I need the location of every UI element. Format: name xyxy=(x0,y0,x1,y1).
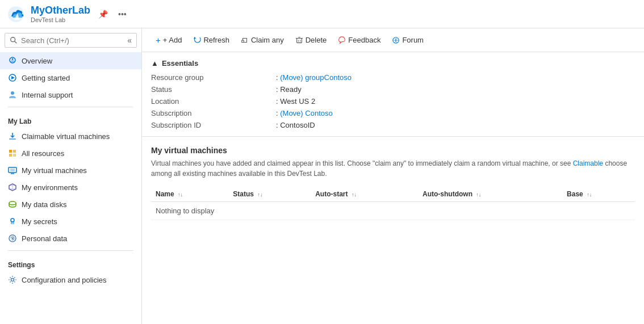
name-sort-icon: ↑↓ xyxy=(178,192,183,197)
sidebar-item-internal-support[interactable]: Internal support xyxy=(0,86,141,103)
svg-point-22 xyxy=(11,279,14,281)
svg-rect-12 xyxy=(13,154,16,157)
feedback-icon xyxy=(338,36,346,44)
col-auto-start[interactable]: Auto-start ↑↓ xyxy=(311,187,418,202)
status-label: Status xyxy=(151,85,276,94)
my-vms-icon xyxy=(8,166,17,175)
svg-point-16 xyxy=(9,201,16,205)
getting-started-label: Getting started xyxy=(22,74,70,82)
claimable-vms-icon xyxy=(8,132,17,141)
sidebar-item-claimable-vms[interactable]: Claimable virtual machines xyxy=(0,128,141,145)
svg-rect-10 xyxy=(13,150,16,153)
svg-marker-23 xyxy=(194,36,196,39)
pin-button[interactable]: 📌 xyxy=(96,9,110,20)
feedback-button[interactable]: Feedback xyxy=(333,33,385,47)
resource-group-move-link[interactable]: (Move) xyxy=(280,73,303,82)
sidebar-item-config-policies[interactable]: Configuration and policies xyxy=(0,271,141,288)
sidebar-item-getting-started[interactable]: Getting started xyxy=(0,69,141,86)
sidebar-item-my-vms[interactable]: My virtual machines xyxy=(0,162,141,179)
essentials-header[interactable]: ▲ Essentials xyxy=(151,59,635,68)
essentials-chevron-icon: ▲ xyxy=(151,59,158,68)
essentials-section: ▲ Essentials Resource group : (Move) gro… xyxy=(142,52,644,137)
more-options-button[interactable]: ••• xyxy=(116,9,129,20)
sidebar-item-overview[interactable]: Overview xyxy=(0,52,141,69)
my-lab-section-label: My Lab xyxy=(0,111,141,128)
content-area: + + Add Refresh Claim any xyxy=(142,28,644,324)
internal-support-label: Internal support xyxy=(22,91,73,99)
refresh-button[interactable]: Refresh xyxy=(189,33,234,47)
auto-shutdown-sort-icon: ↑↓ xyxy=(476,192,481,197)
svg-point-4 xyxy=(12,58,14,60)
my-lab-divider xyxy=(8,107,133,107)
search-input[interactable] xyxy=(21,36,124,45)
svg-rect-14 xyxy=(10,169,15,171)
svg-point-7 xyxy=(11,91,14,95)
all-resources-icon xyxy=(8,149,17,158)
status-sort-icon: ↑↓ xyxy=(257,192,262,197)
sidebar-item-my-secrets[interactable]: My secrets xyxy=(0,213,141,230)
sidebar-item-personal-data[interactable]: Personal data xyxy=(0,230,141,247)
sidebar-item-my-environments[interactable]: My environments xyxy=(0,179,141,196)
claim-any-button[interactable]: Claim any xyxy=(236,33,288,47)
sidebar: « Overview Getting started Internal supp… xyxy=(0,28,142,324)
col-status[interactable]: Status ↑↓ xyxy=(228,187,311,202)
col-base[interactable]: Base ↑↓ xyxy=(562,187,635,202)
my-data-disks-label: My data disks xyxy=(22,200,66,209)
header: MyOtherLab DevTest Lab 📌 ••• xyxy=(0,0,644,28)
resource-group-label: Resource group xyxy=(151,73,276,82)
my-secrets-icon xyxy=(8,217,17,226)
my-secrets-label: My secrets xyxy=(22,217,57,226)
resource-group-link[interactable]: groupContoso xyxy=(305,73,352,82)
svg-point-21 xyxy=(12,238,14,239)
subscription-id-value: : ContosoID xyxy=(276,121,635,129)
svg-line-2 xyxy=(15,41,17,44)
sidebar-item-my-data-disks[interactable]: My data disks xyxy=(0,196,141,213)
lab-type: DevTest Lab xyxy=(31,16,90,23)
auto-start-sort-icon: ↑↓ xyxy=(352,192,357,197)
subscription-label: Subscription xyxy=(151,109,276,117)
svg-point-1 xyxy=(11,37,15,42)
subscription-link[interactable]: Contoso xyxy=(305,109,332,117)
main-layout: « Overview Getting started Internal supp… xyxy=(0,28,644,324)
my-vms-label: My virtual machines xyxy=(22,166,87,175)
app-icon xyxy=(7,5,25,23)
delete-button[interactable]: Delete xyxy=(291,33,332,47)
claimable-vms-label: Claimable virtual machines xyxy=(22,132,110,141)
add-label: + Add xyxy=(163,36,182,44)
vm-section-description: Virtual machines you have added and clai… xyxy=(151,158,635,179)
my-environments-icon xyxy=(8,183,17,192)
forum-label: Forum xyxy=(402,36,424,44)
col-name[interactable]: Name ↑↓ xyxy=(151,187,228,202)
settings-divider xyxy=(8,250,133,251)
table-empty-row: Nothing to display xyxy=(151,202,635,220)
personal-data-icon xyxy=(8,234,17,243)
search-box[interactable]: « xyxy=(5,33,137,48)
getting-started-icon xyxy=(8,73,17,82)
claimable-link[interactable]: Claimable xyxy=(573,159,605,167)
refresh-icon xyxy=(193,36,201,44)
header-title: MyOtherLab DevTest Lab xyxy=(31,5,90,23)
svg-rect-11 xyxy=(9,154,12,157)
col-auto-shutdown[interactable]: Auto-shutdown ↑↓ xyxy=(418,187,562,202)
essentials-title: Essentials xyxy=(162,59,198,68)
refresh-label: Refresh xyxy=(203,36,229,44)
svg-rect-24 xyxy=(296,38,302,43)
add-button[interactable]: + + Add xyxy=(151,33,186,47)
delete-label: Delete xyxy=(306,36,327,44)
collapse-sidebar-button[interactable]: « xyxy=(127,36,132,45)
subscription-move-link[interactable]: (Move) xyxy=(280,109,303,117)
lab-name: MyOtherLab xyxy=(31,5,90,16)
search-icon xyxy=(10,36,18,44)
overview-icon xyxy=(8,56,17,65)
svg-rect-9 xyxy=(9,150,12,153)
toolbar: + + Add Refresh Claim any xyxy=(142,28,644,52)
resource-group-value: : (Move) groupContoso xyxy=(276,73,635,82)
feedback-label: Feedback xyxy=(348,36,380,44)
vm-section-title: My virtual machines xyxy=(151,146,635,155)
internal-support-icon xyxy=(8,90,17,99)
status-value: : Ready xyxy=(276,85,635,94)
forum-button[interactable]: Forum xyxy=(387,33,428,47)
location-value: : West US 2 xyxy=(276,97,635,106)
overview-label: Overview xyxy=(22,57,52,65)
sidebar-item-all-resources[interactable]: All resources xyxy=(0,145,141,162)
